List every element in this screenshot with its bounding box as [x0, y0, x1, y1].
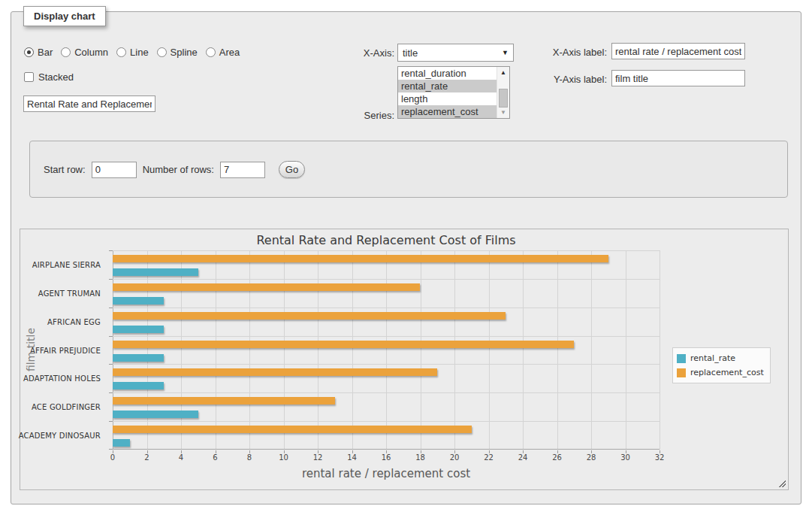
category-label: AFRICAN EGG [47, 317, 101, 326]
chart-legend: rental_ratereplacement_cost [672, 347, 771, 383]
radio-column-icon[interactable] [61, 47, 71, 57]
x-axis-select[interactable]: title ▼ [397, 44, 514, 62]
scrollbar-thumb[interactable] [499, 89, 508, 108]
series-option-replacement_cost[interactable]: replacement_cost [398, 105, 497, 118]
category-row [113, 336, 660, 365]
bar-rental_rate[interactable] [113, 326, 164, 333]
x-axis-select-value: title [403, 47, 418, 59]
x-axis-label-input[interactable] [611, 43, 745, 59]
x-tick-label: 24 [518, 453, 528, 462]
x-axis-title: rental rate / replacement cost [113, 467, 660, 480]
x-tick-label: 0 [110, 453, 115, 462]
bar-replacement_cost[interactable] [113, 255, 608, 262]
radio-bar-icon[interactable] [24, 47, 34, 57]
x-axis-select-label: X-Axis: [312, 47, 394, 59]
x-tick-label: 10 [279, 453, 288, 462]
series-listbox[interactable]: rental_durationrental_ratelengthreplacem… [397, 66, 510, 119]
x-tick-label: 16 [382, 453, 391, 462]
x-tick-label: 28 [587, 453, 596, 462]
number-of-rows-label: Number of rows: [143, 164, 214, 175]
bar-rental_rate[interactable] [113, 297, 164, 304]
radio-line[interactable]: Line [116, 47, 149, 58]
x-tick-label: 4 [179, 453, 183, 462]
legend-label: replacement_cost [690, 368, 764, 377]
legend-item-replacement_cost[interactable]: replacement_cost [677, 365, 764, 380]
listbox-scrollbar[interactable]: ▲ ▼ [497, 67, 509, 118]
category-label: AIRPLANE SIERRA [32, 260, 101, 268]
x-tick-label: 22 [484, 453, 494, 462]
chart-type-radios: BarColumnLineSplineArea [24, 47, 248, 58]
category-label: ADAPTATION HOLES [23, 374, 101, 383]
panel-title: Display chart [23, 6, 106, 26]
start-row-label: Start row: [44, 164, 86, 175]
y-axis-label-caption: Y-Axis label: [528, 74, 607, 85]
stacked-option[interactable]: Stacked [24, 71, 74, 83]
bar-replacement_cost[interactable] [113, 341, 574, 348]
x-tick-label: 20 [450, 453, 460, 462]
x-tick-label: 2 [144, 453, 149, 462]
radio-label: Column [74, 47, 108, 58]
y-axis-title: film title [25, 328, 37, 371]
chart-container: Rental Rate and Replacement Cost of Film… [20, 229, 789, 490]
category-row [113, 279, 660, 308]
x-tick-label: 18 [415, 453, 425, 462]
chart-title-input[interactable] [23, 95, 155, 112]
radio-label: Area [219, 47, 240, 58]
category-label: AGENT TRUMAN [38, 289, 101, 297]
category-rows [113, 250, 660, 450]
series-option-length[interactable]: length [398, 92, 497, 105]
category-label: ACADEMY DINOSAUR [19, 432, 101, 440]
radio-area[interactable]: Area [206, 47, 240, 58]
dropdown-arrow-icon: ▼ [502, 49, 509, 56]
bar-rental_rate[interactable] [113, 354, 164, 362]
plot-area [113, 250, 660, 450]
radio-spline-icon[interactable] [157, 47, 167, 57]
resize-handle-icon[interactable] [777, 479, 786, 487]
category-row [113, 392, 660, 421]
chart-title: Rental Rate and Replacement Cost of Film… [113, 233, 660, 247]
category-row [113, 421, 660, 450]
x-tick-label: 8 [247, 453, 252, 462]
start-row-input[interactable] [92, 162, 137, 178]
series-option-rental_rate[interactable]: rental_rate [398, 80, 497, 92]
category-row [113, 364, 660, 392]
bar-replacement_cost[interactable] [113, 312, 506, 320]
bar-replacement_cost[interactable] [113, 426, 472, 433]
go-button-label: Go [285, 164, 298, 175]
series-options: rental_durationrental_ratelengthreplacem… [398, 67, 497, 118]
legend-item-rental_rate[interactable]: rental_rate [677, 351, 764, 365]
stacked-label: Stacked [38, 71, 74, 83]
radio-spline[interactable]: Spline [157, 47, 198, 58]
radio-label: Bar [38, 47, 53, 58]
bar-replacement_cost[interactable] [113, 368, 437, 376]
go-button[interactable]: Go [279, 161, 305, 178]
series-option-rental_duration[interactable]: rental_duration [398, 67, 497, 80]
scroll-down-icon[interactable]: ▼ [497, 107, 509, 118]
bar-rental_rate[interactable] [113, 268, 198, 276]
radio-bar[interactable]: Bar [24, 47, 53, 58]
x-axis-label-caption: X-Axis label: [528, 47, 607, 58]
legend-swatch-icon [677, 354, 686, 363]
bar-rental_rate[interactable] [113, 411, 198, 418]
x-tick-labels: 02468101214161820222426283032 [113, 453, 660, 464]
scroll-up-icon[interactable]: ▲ [497, 67, 509, 78]
bar-rental_rate[interactable] [113, 439, 130, 447]
x-tick-label: 12 [313, 453, 323, 462]
legend-label: rental_rate [690, 353, 735, 363]
page: Display chart BarColumnLineSplineArea St… [0, 0, 812, 512]
number-of-rows-input[interactable] [220, 162, 265, 178]
stacked-checkbox[interactable] [24, 72, 34, 82]
radio-column[interactable]: Column [61, 47, 108, 58]
radio-line-icon[interactable] [116, 47, 126, 57]
bar-replacement_cost[interactable] [113, 283, 420, 291]
y-axis-label-input[interactable] [611, 70, 745, 86]
radio-area-icon[interactable] [206, 47, 216, 57]
series-list-label: Series: [312, 110, 394, 121]
bar-rental_rate[interactable] [113, 382, 164, 389]
category-row [113, 250, 660, 279]
x-tick-label: 30 [620, 453, 630, 462]
x-tick-label: 32 [655, 453, 665, 462]
display-chart-panel: Display chart BarColumnLineSplineArea St… [11, 11, 801, 504]
legend-swatch-icon [677, 368, 686, 377]
bar-replacement_cost[interactable] [113, 397, 335, 404]
